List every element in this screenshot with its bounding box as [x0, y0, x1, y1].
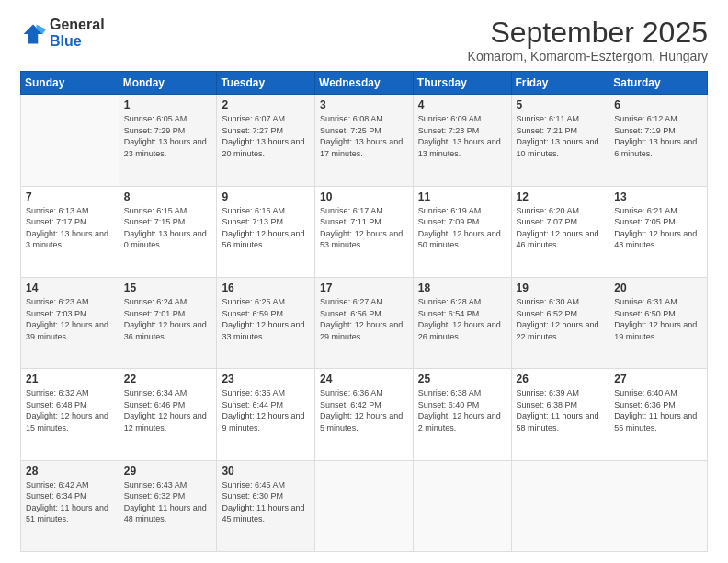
col-monday: Monday	[119, 72, 217, 95]
table-row: 8Sunrise: 6:15 AMSunset: 7:15 PMDaylight…	[119, 186, 217, 277]
day-number: 14	[26, 282, 114, 294]
day-number: 23	[222, 373, 310, 385]
table-row: 11Sunrise: 6:19 AMSunset: 7:09 PMDayligh…	[413, 186, 511, 277]
day-number: 17	[320, 282, 408, 294]
day-info: Sunrise: 6:25 AMSunset: 6:59 PMDaylight:…	[222, 296, 310, 342]
table-row: 18Sunrise: 6:28 AMSunset: 6:54 PMDayligh…	[413, 277, 511, 368]
logo-general-text: General	[50, 17, 105, 33]
day-info: Sunrise: 6:28 AMSunset: 6:54 PMDaylight:…	[418, 296, 506, 342]
day-number: 16	[222, 282, 310, 294]
day-info: Sunrise: 6:09 AMSunset: 7:23 PMDaylight:…	[418, 113, 506, 159]
table-row: 17Sunrise: 6:27 AMSunset: 6:56 PMDayligh…	[315, 277, 414, 368]
day-number: 2	[222, 98, 310, 111]
day-number: 11	[418, 190, 506, 203]
day-number: 8	[124, 190, 212, 203]
day-info: Sunrise: 6:39 AMSunset: 6:38 PMDaylight:…	[517, 387, 605, 433]
day-info: Sunrise: 6:35 AMSunset: 6:44 PMDaylight:…	[222, 387, 310, 433]
day-number: 12	[517, 190, 605, 203]
table-row: 19Sunrise: 6:30 AMSunset: 6:52 PMDayligh…	[511, 277, 609, 368]
col-sunday: Sunday	[21, 72, 119, 95]
day-info: Sunrise: 6:19 AMSunset: 7:09 PMDaylight:…	[418, 205, 506, 251]
day-number: 29	[124, 465, 212, 477]
day-info: Sunrise: 6:23 AMSunset: 7:03 PMDaylight:…	[26, 296, 114, 342]
day-number: 5	[517, 98, 605, 111]
day-info: Sunrise: 6:20 AMSunset: 7:07 PMDaylight:…	[517, 205, 605, 251]
day-info: Sunrise: 6:12 AMSunset: 7:19 PMDaylight:…	[614, 113, 702, 159]
table-row: 16Sunrise: 6:25 AMSunset: 6:59 PMDayligh…	[217, 277, 315, 368]
col-wednesday: Wednesday	[315, 72, 414, 95]
table-row: 29Sunrise: 6:43 AMSunset: 6:32 PMDayligh…	[119, 460, 217, 551]
day-number: 6	[614, 98, 702, 111]
table-row: 21Sunrise: 6:32 AMSunset: 6:48 PMDayligh…	[21, 369, 119, 460]
table-row	[413, 460, 511, 551]
table-row	[315, 460, 414, 551]
logo-text: General Blue	[50, 17, 105, 49]
day-number: 9	[222, 190, 310, 203]
day-number: 1	[124, 98, 212, 111]
table-row: 26Sunrise: 6:39 AMSunset: 6:38 PMDayligh…	[511, 369, 609, 460]
day-info: Sunrise: 6:43 AMSunset: 6:32 PMDaylight:…	[124, 479, 212, 525]
day-number: 18	[418, 282, 506, 294]
day-number: 10	[320, 190, 408, 203]
table-row: 12Sunrise: 6:20 AMSunset: 7:07 PMDayligh…	[511, 186, 609, 277]
table-row	[511, 460, 609, 551]
logo-area: General Blue	[20, 17, 105, 49]
day-number: 20	[614, 282, 702, 294]
day-info: Sunrise: 6:31 AMSunset: 6:50 PMDaylight:…	[614, 296, 702, 342]
day-info: Sunrise: 6:38 AMSunset: 6:40 PMDaylight:…	[418, 387, 506, 433]
day-number: 22	[124, 373, 212, 385]
day-info: Sunrise: 6:36 AMSunset: 6:42 PMDaylight:…	[320, 387, 408, 433]
day-number: 19	[517, 282, 605, 294]
day-number: 26	[517, 373, 605, 385]
day-info: Sunrise: 6:07 AMSunset: 7:27 PMDaylight:…	[222, 113, 310, 159]
day-number: 13	[614, 190, 702, 203]
table-row: 25Sunrise: 6:38 AMSunset: 6:40 PMDayligh…	[413, 369, 511, 460]
table-row: 15Sunrise: 6:24 AMSunset: 7:01 PMDayligh…	[119, 277, 217, 368]
day-info: Sunrise: 6:05 AMSunset: 7:29 PMDaylight:…	[124, 113, 212, 159]
day-number: 25	[418, 373, 506, 385]
calendar-table: Sunday Monday Tuesday Wednesday Thursday…	[20, 71, 708, 552]
day-info: Sunrise: 6:08 AMSunset: 7:25 PMDaylight:…	[320, 113, 408, 159]
page: General Blue September 2025 Komarom, Kom…	[0, 0, 728, 563]
day-info: Sunrise: 6:45 AMSunset: 6:30 PMDaylight:…	[222, 479, 310, 525]
table-row: 3Sunrise: 6:08 AMSunset: 7:25 PMDaylight…	[315, 95, 414, 186]
day-info: Sunrise: 6:30 AMSunset: 6:52 PMDaylight:…	[517, 296, 605, 342]
col-friday: Friday	[511, 72, 609, 95]
table-row: 6Sunrise: 6:12 AMSunset: 7:19 PMDaylight…	[609, 95, 708, 186]
table-row: 22Sunrise: 6:34 AMSunset: 6:46 PMDayligh…	[119, 369, 217, 460]
calendar-header-row: Sunday Monday Tuesday Wednesday Thursday…	[21, 72, 708, 95]
table-row: 7Sunrise: 6:13 AMSunset: 7:17 PMDaylight…	[21, 186, 119, 277]
day-info: Sunrise: 6:24 AMSunset: 7:01 PMDaylight:…	[124, 296, 212, 342]
table-row: 27Sunrise: 6:40 AMSunset: 6:36 PMDayligh…	[609, 369, 708, 460]
day-info: Sunrise: 6:42 AMSunset: 6:34 PMDaylight:…	[26, 479, 114, 525]
day-number: 3	[320, 98, 408, 111]
table-row: 10Sunrise: 6:17 AMSunset: 7:11 PMDayligh…	[315, 186, 414, 277]
day-info: Sunrise: 6:40 AMSunset: 6:36 PMDaylight:…	[614, 387, 702, 433]
day-number: 30	[222, 465, 310, 477]
day-number: 4	[418, 98, 506, 111]
table-row: 28Sunrise: 6:42 AMSunset: 6:34 PMDayligh…	[21, 460, 119, 551]
table-row: 2Sunrise: 6:07 AMSunset: 7:27 PMDaylight…	[217, 95, 315, 186]
day-number: 28	[26, 465, 114, 477]
location-title: Komarom, Komarom-Esztergom, Hungary	[468, 49, 708, 63]
col-thursday: Thursday	[413, 72, 511, 95]
day-number: 24	[320, 373, 408, 385]
col-saturday: Saturday	[609, 72, 708, 95]
logo-icon	[20, 21, 46, 47]
month-title: September 2025	[468, 17, 708, 49]
day-info: Sunrise: 6:21 AMSunset: 7:05 PMDaylight:…	[614, 205, 702, 251]
table-row: 9Sunrise: 6:16 AMSunset: 7:13 PMDaylight…	[217, 186, 315, 277]
day-info: Sunrise: 6:17 AMSunset: 7:11 PMDaylight:…	[320, 205, 408, 251]
table-row: 24Sunrise: 6:36 AMSunset: 6:42 PMDayligh…	[315, 369, 414, 460]
day-number: 15	[124, 282, 212, 294]
table-row: 20Sunrise: 6:31 AMSunset: 6:50 PMDayligh…	[609, 277, 708, 368]
day-info: Sunrise: 6:11 AMSunset: 7:21 PMDaylight:…	[517, 113, 605, 159]
title-area: September 2025 Komarom, Komarom-Esztergo…	[468, 17, 708, 63]
table-row: 23Sunrise: 6:35 AMSunset: 6:44 PMDayligh…	[217, 369, 315, 460]
table-row	[21, 95, 119, 186]
logo-blue-text: Blue	[50, 33, 105, 50]
table-row: 14Sunrise: 6:23 AMSunset: 7:03 PMDayligh…	[21, 277, 119, 368]
day-info: Sunrise: 6:15 AMSunset: 7:15 PMDaylight:…	[124, 205, 212, 251]
table-row: 1Sunrise: 6:05 AMSunset: 7:29 PMDaylight…	[119, 95, 217, 186]
header: General Blue September 2025 Komarom, Kom…	[20, 17, 708, 63]
